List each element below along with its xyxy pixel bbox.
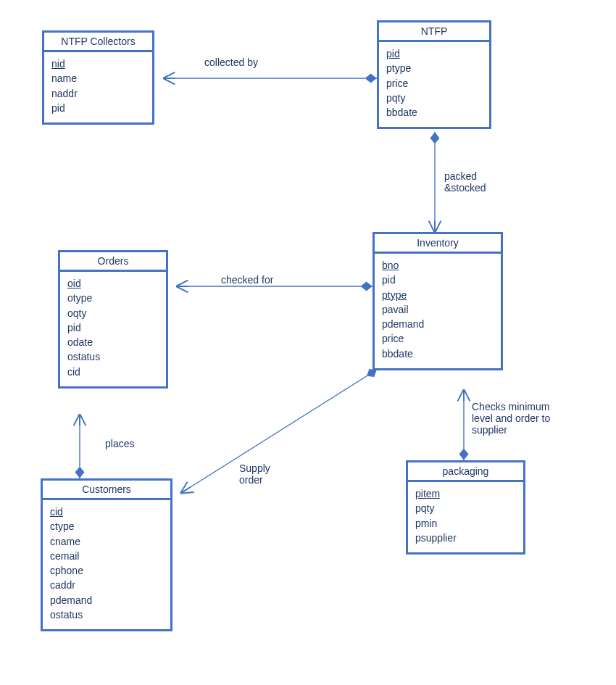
label-checked-for: checked for [221,274,273,286]
attr: bbdate [382,346,494,361]
attr: cphone [50,563,163,578]
entity-packaging: packaging pitem pqty pmin psupplier [406,460,525,555]
attr: price [382,331,494,346]
attr: pid [51,101,145,115]
attr: nid [51,57,145,71]
attr: ptype [386,61,482,75]
attr: price [386,76,482,91]
attr: pdemand [382,317,494,331]
attr: name [51,71,145,86]
attr: pid [67,320,159,335]
attr: odate [67,335,159,349]
attr: pqty [415,501,516,515]
attr: pid [386,46,482,61]
entity-attrs: pid ptype price pqty bbdate [379,42,489,127]
attr: naddr [51,86,145,101]
entity-title: Customers [43,481,170,500]
label-places: places [105,438,134,449]
attr: ostatus [50,607,163,622]
attr: ostatus [67,349,159,364]
attr: psupplier [415,531,516,545]
entity-attrs: cid ctype cname cemail cphone caddr pdem… [43,500,170,629]
entity-title: NTFP [379,22,489,42]
entity-orders: Orders oid otype oqty pid odate ostatus … [58,250,168,389]
entity-ntfp: NTFP pid ptype price pqty bbdate [377,20,491,129]
attr: oqty [67,306,159,320]
entity-attrs: oid otype oqty pid odate ostatus cid [60,272,166,386]
entity-inventory: Inventory bno pid ptype pavail pdemand p… [372,232,503,370]
attr: ptype [382,288,494,302]
label-supply-order: Supply order [239,462,270,486]
label-collected-by: collected by [204,57,258,68]
entity-title: Orders [60,252,166,272]
attr: pmin [415,516,516,531]
attr: pitem [415,486,516,501]
attr: cemail [50,549,163,563]
entity-attrs: nid name naddr pid [44,52,152,123]
entity-title: NTFP Collectors [44,33,152,52]
entity-ntfp-collectors: NTFP Collectors nid name naddr pid [42,30,154,125]
attr: oid [67,276,159,291]
attr: bno [382,258,494,273]
attr: pqty [386,91,482,105]
attr: cid [50,505,163,519]
conn-supply-order [181,370,377,493]
attr: pid [382,273,494,287]
attr: cid [67,365,159,379]
entity-attrs: bno pid ptype pavail pdemand price bbdat… [375,254,501,368]
label-packed-stocked: packed &stocked [444,170,486,194]
label-checks-min: Checks minimum level and order to suppli… [472,401,550,436]
attr: cname [50,534,163,549]
entity-title: Inventory [375,234,501,254]
entity-title: packaging [408,462,523,482]
attr: caddr [50,578,163,592]
attr: pavail [382,302,494,317]
entity-attrs: pitem pqty pmin psupplier [408,482,523,552]
attr: pdemand [50,593,163,607]
attr: ctype [50,519,163,534]
entity-customers: Customers cid ctype cname cemail cphone … [41,478,172,631]
er-diagram-canvas: { "entities": { "ntfp_collectors": { "ti… [0,0,616,685]
attr: bbdate [386,105,482,120]
attr: otype [67,291,159,305]
